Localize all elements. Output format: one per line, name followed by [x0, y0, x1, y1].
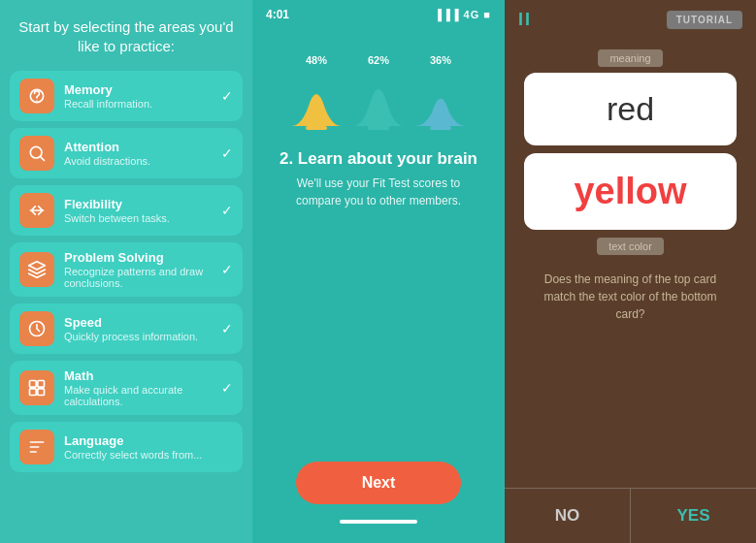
skill-desc-flexibility: Switch between tasks.: [64, 212, 215, 224]
skill-desc-attention: Avoid distractions.: [64, 155, 215, 167]
skill-check-attention: ✓: [221, 145, 233, 161]
yes-button[interactable]: YES: [631, 489, 756, 543]
skill-card-language[interactable]: LanguageCorrectly select words from...: [10, 422, 243, 472]
skill-text-math: MathMake quick and accurate calculations…: [64, 368, 215, 407]
no-button[interactable]: NO: [505, 489, 631, 543]
chart-area: 48% 62% 36%: [252, 25, 505, 136]
brain-panel: 4:01 ▐▐▐ 4G ■ 48% 62% 36: [252, 0, 505, 543]
skill-name-flexibility: Flexibility: [64, 197, 215, 211]
status-icons: ▐▐▐ 4G ■: [434, 9, 491, 20]
chart-bars: 48% 62% 36%: [272, 54, 485, 130]
bottom-label: text color: [597, 238, 664, 255]
game-topbar: II TUTORIAL: [505, 0, 756, 40]
svg-rect-11: [430, 126, 451, 130]
skill-card-problem-solving[interactable]: Problem SolvingRecognize patterns and dr…: [10, 242, 243, 297]
skill-text-flexibility: FlexibilitySwitch between tasks.: [64, 197, 215, 224]
skill-name-attention: Attention: [64, 140, 215, 154]
skill-icon-language: [19, 430, 54, 464]
bell-curve-1: [286, 70, 346, 130]
bottom-indicator: [340, 520, 417, 524]
card-area: meaning red yellow text color Does the m…: [505, 40, 756, 543]
skills-list: MemoryRecall information.✓AttentionAvoid…: [10, 71, 243, 479]
skill-check-speed: ✓: [221, 321, 233, 336]
bar-group-1: 48%: [286, 54, 346, 130]
skill-card-attention[interactable]: AttentionAvoid distractions.✓: [10, 128, 243, 178]
skill-desc-speed: Quickly process information.: [64, 331, 215, 342]
skill-icon-problem-solving: [19, 252, 54, 287]
skill-text-memory: MemoryRecall information.: [64, 82, 215, 110]
question-text: Does the meaning of the top card match t…: [524, 261, 737, 333]
skill-name-speed: Speed: [64, 315, 215, 330]
svg-rect-10: [368, 126, 389, 130]
skill-icon-memory: [19, 79, 54, 113]
skill-desc-memory: Recall information.: [64, 98, 215, 110]
skill-text-problem-solving: Problem SolvingRecognize patterns and dr…: [64, 250, 215, 289]
tutorial-button[interactable]: TUTORIAL: [667, 11, 742, 29]
skill-name-memory: Memory: [64, 82, 215, 97]
skills-panel: Start by selecting the areas you'd like …: [0, 0, 252, 543]
skill-text-speed: SpeedQuickly process information.: [64, 315, 215, 342]
svg-rect-9: [306, 126, 327, 130]
next-button[interactable]: Next: [296, 462, 461, 504]
status-time: 4:01: [266, 8, 289, 21]
bottom-card: yellow: [524, 153, 737, 230]
skill-card-math[interactable]: MathMake quick and accurate calculations…: [10, 361, 243, 415]
bell-curve-2: [348, 70, 409, 130]
skill-name-language: Language: [64, 433, 233, 448]
skill-desc-math: Make quick and accurate calculations.: [64, 384, 215, 407]
svg-rect-6: [38, 380, 45, 387]
skill-name-math: Math: [64, 368, 215, 383]
skill-text-attention: AttentionAvoid distractions.: [64, 140, 215, 167]
top-word: red: [607, 90, 654, 128]
bar-group-2: 62%: [348, 54, 409, 130]
skill-desc-language: Correctly select words from...: [64, 449, 233, 461]
skill-check-problem-solving: ✓: [221, 262, 233, 277]
skill-icon-math: [19, 370, 54, 405]
skill-card-flexibility[interactable]: FlexibilitySwitch between tasks.✓: [10, 185, 243, 236]
game-panel: II TUTORIAL meaning red yellow text colo…: [505, 0, 756, 543]
bar-group-3: 36%: [411, 54, 471, 130]
skill-icon-flexibility: [19, 193, 54, 228]
step-title: 2. Learn about your brain: [279, 149, 477, 169]
skill-card-speed[interactable]: SpeedQuickly process information.✓: [10, 303, 243, 354]
svg-rect-7: [30, 388, 37, 395]
skill-text-language: LanguageCorrectly select words from...: [64, 433, 233, 461]
step-desc: We'll use your Fit Test scores to compar…: [252, 175, 505, 209]
bell-curve-3: [411, 70, 471, 130]
bar-pct-1: 48%: [306, 54, 327, 66]
skill-desc-problem-solving: Recognize patterns and draw conclusions.: [64, 266, 215, 289]
skill-name-problem-solving: Problem Solving: [64, 250, 215, 265]
skill-icon-speed: [19, 311, 54, 346]
bar-pct-3: 36%: [430, 54, 451, 66]
skill-icon-attention: [19, 136, 54, 171]
svg-point-1: [36, 100, 38, 102]
answer-row: NO YES: [505, 488, 756, 543]
top-card: red: [524, 73, 737, 145]
top-label: meaning: [598, 49, 662, 67]
status-bar: 4:01 ▐▐▐ 4G ■: [252, 0, 505, 25]
panel1-title: Start by selecting the areas you'd like …: [10, 17, 243, 57]
skill-card-memory[interactable]: MemoryRecall information.✓: [10, 71, 243, 121]
pause-button[interactable]: II: [518, 10, 532, 30]
bar-pct-2: 62%: [368, 54, 389, 66]
bottom-word: yellow: [574, 171, 686, 212]
skill-check-memory: ✓: [221, 88, 233, 104]
svg-line-3: [40, 156, 44, 160]
svg-rect-5: [30, 380, 37, 387]
skill-check-flexibility: ✓: [221, 203, 233, 218]
svg-rect-8: [38, 388, 45, 395]
skill-check-math: ✓: [221, 380, 233, 396]
